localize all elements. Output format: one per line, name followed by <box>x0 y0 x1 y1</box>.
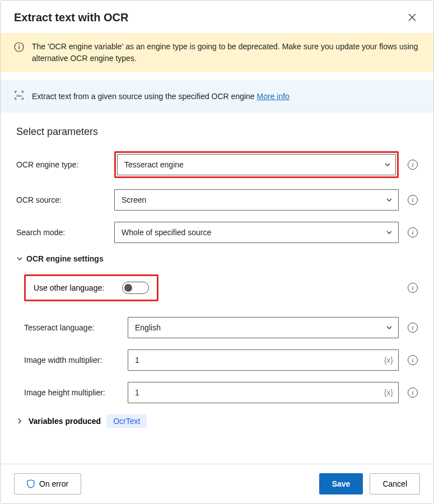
chevron-down-icon <box>16 255 23 262</box>
help-icon-width-multiplier[interactable]: i <box>408 355 418 365</box>
label-ocr-source: OCR source: <box>16 195 109 204</box>
highlight-engine-type: Tesseract engine <box>114 151 399 178</box>
input-wrap-height-multiplier: {x} <box>128 382 399 403</box>
more-info-link[interactable]: More info <box>257 92 290 101</box>
label-engine-type: OCR engine type: <box>16 160 109 169</box>
label-tesseract-language: Tesseract language: <box>24 323 122 332</box>
deprecation-warning-banner: The 'OCR engine variable' as an engine t… <box>1 33 433 72</box>
section-title: Select parameters <box>16 126 418 138</box>
field-row-tesseract-language: Tesseract language: English i <box>24 317 418 338</box>
description-text: Extract text from a given source using t… <box>32 92 290 101</box>
svg-text:Abc: Abc <box>16 94 22 97</box>
input-height-multiplier[interactable] <box>128 382 399 403</box>
help-icon-search-mode[interactable]: i <box>408 227 418 237</box>
dialog-title: Extract text with OCR <box>14 11 128 24</box>
svg-rect-2 <box>18 46 19 49</box>
help-icon-engine-type[interactable]: i <box>408 160 418 170</box>
ocr-icon: Abc <box>14 90 24 102</box>
select-tesseract-language[interactable]: English <box>128 317 399 338</box>
field-row-ocr-source: OCR source: Screen i <box>16 189 418 211</box>
field-row-use-other-language: Use other language: i <box>24 274 418 301</box>
label-height-multiplier: Image height multiplier: <box>24 388 122 397</box>
variable-badge-ocrtext[interactable]: OcrText <box>106 414 147 428</box>
dialog-header: Extract text with OCR <box>1 1 433 33</box>
dialog-content: Select parameters OCR engine type: Tesse… <box>1 113 433 464</box>
select-wrap-tesseract-language: English <box>128 317 399 338</box>
field-row-search-mode: Search mode: Whole of specified source i <box>16 222 418 243</box>
label-use-other-language: Use other language: <box>34 283 104 292</box>
svg-point-1 <box>18 44 20 45</box>
close-button[interactable] <box>404 10 420 25</box>
close-icon <box>408 13 417 22</box>
shield-icon <box>27 479 35 488</box>
help-icon-use-other-language[interactable]: i <box>408 283 418 293</box>
input-wrap-width-multiplier: {x} <box>128 349 399 371</box>
collapsible-variables-produced[interactable]: Variables produced OcrText <box>16 414 418 428</box>
select-wrap-ocr-source: Screen <box>114 189 399 211</box>
engine-settings-panel: Use other language: i Tesseract language… <box>16 274 418 403</box>
toggle-knob <box>124 284 132 292</box>
label-width-multiplier: Image width multiplier: <box>24 356 122 365</box>
info-circle-icon <box>14 42 24 54</box>
description-banner: Abc Extract text from a given source usi… <box>1 80 433 113</box>
select-search-mode[interactable]: Whole of specified source <box>114 222 399 243</box>
help-icon-tesseract-language[interactable]: i <box>408 323 418 333</box>
label-variables-produced: Variables produced <box>29 417 101 426</box>
highlight-use-other-language: Use other language: <box>24 274 158 301</box>
footer-button-group: Save Cancel <box>319 473 420 494</box>
dialog-extract-text-ocr: Extract text with OCR The 'OCR engine va… <box>0 0 434 504</box>
on-error-button[interactable]: On error <box>14 473 81 494</box>
toggle-use-other-language[interactable] <box>122 282 149 294</box>
field-row-engine-type: OCR engine type: Tesseract engine i <box>16 151 418 178</box>
cancel-button[interactable]: Cancel <box>370 473 420 494</box>
label-search-mode: Search mode: <box>16 228 109 237</box>
select-wrap-search-mode: Whole of specified source <box>114 222 399 243</box>
input-width-multiplier[interactable] <box>128 349 399 371</box>
select-ocr-source[interactable]: Screen <box>114 189 399 211</box>
dialog-footer: On error Save Cancel <box>1 464 433 503</box>
help-icon-height-multiplier[interactable]: i <box>408 388 418 398</box>
field-row-width-multiplier: Image width multiplier: {x} i <box>24 349 418 371</box>
collapsible-engine-settings[interactable]: OCR engine settings <box>16 254 418 263</box>
help-icon-ocr-source[interactable]: i <box>408 195 418 205</box>
save-button[interactable]: Save <box>319 473 363 494</box>
field-row-height-multiplier: Image height multiplier: {x} i <box>24 382 418 403</box>
chevron-right-icon <box>16 418 23 424</box>
warning-text: The 'OCR engine variable' as an engine t… <box>32 41 420 64</box>
select-engine-type[interactable]: Tesseract engine <box>117 154 396 175</box>
